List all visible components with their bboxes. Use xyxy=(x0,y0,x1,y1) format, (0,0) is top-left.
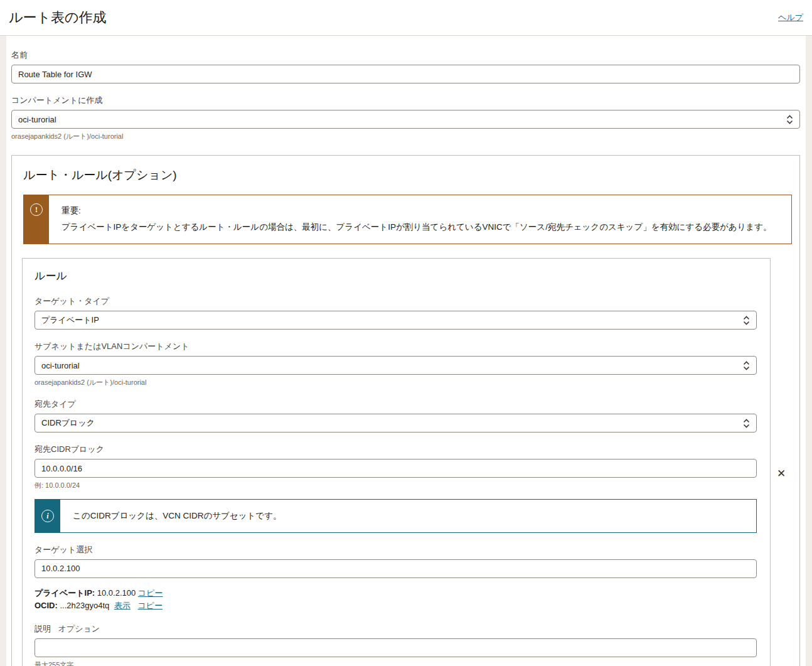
rule-title: ルール xyxy=(35,269,757,283)
info-icon: i xyxy=(41,510,54,522)
destination-type-label: 宛先タイプ xyxy=(35,399,757,410)
chevron-up-down-icon xyxy=(743,316,750,325)
page-header: ルート表の作成 ヘルプ xyxy=(0,0,812,36)
page-title: ルート表の作成 xyxy=(9,8,107,27)
description-label: 説明 オプション xyxy=(35,623,757,635)
info-icon-cell: i xyxy=(35,500,60,532)
compartment-select-value: oci-turorial xyxy=(18,115,56,124)
subnet-compartment-label: サブネットまたはVLANコンパートメント xyxy=(35,341,757,352)
destination-cidr-field-group: 宛先CIDRブロック 例: 10.0.0.0/24 xyxy=(35,444,757,490)
chevron-up-down-icon xyxy=(743,419,750,428)
compartment-label: コンパートメントに作成 xyxy=(11,95,800,106)
warning-text: プライベートIPをターゲットとするルート・ルールの場合は、最初に、プライベートI… xyxy=(61,219,772,235)
warning-title: 重要: xyxy=(61,203,772,219)
description-input[interactable] xyxy=(35,638,757,657)
description-optional-text: オプション xyxy=(58,624,100,633)
compartment-select[interactable]: oci-turorial xyxy=(11,110,800,129)
help-link[interactable]: ヘルプ xyxy=(778,12,803,23)
target-select-label: ターゲット選択 xyxy=(35,544,757,556)
route-rules-section-title: ルート・ルール(オプション) xyxy=(22,167,792,183)
destination-type-field-group: 宛先タイプ CIDRブロック xyxy=(35,399,757,432)
cidr-info-text: このCIDRブロックは、VCN CIDRのサブセットです。 xyxy=(60,500,291,532)
rule-card: ルール ターゲット・タイプ プライベートIP サブネットまたはVLANコンパート… xyxy=(22,258,771,666)
private-ip-copy-link[interactable]: コピー xyxy=(138,588,163,598)
target-type-select-value: プライベートIP xyxy=(41,314,99,326)
warning-banner-body: 重要: プライベートIPをターゲットとするルート・ルールの場合は、最初に、プライ… xyxy=(49,195,781,244)
target-type-select[interactable]: プライベートIP xyxy=(35,311,757,330)
close-icon: ✕ xyxy=(777,467,786,480)
create-route-table-form: 名前 コンパートメントに作成 oci-turorial orasejapanki… xyxy=(6,36,806,666)
ocid-line: OCID: ...2h23gyo4tq 表示 コピー xyxy=(35,599,757,612)
ocid-value: ...2h23gyo4tq xyxy=(60,601,109,610)
target-type-field-group: ターゲット・タイプ プライベートIP xyxy=(35,296,757,330)
subnet-compartment-select[interactable]: oci-turorial xyxy=(35,356,757,375)
route-rules-section: ルート・ルール(オプション) ! 重要: プライベートIPをターゲットとするルー… xyxy=(11,155,800,666)
description-field-group: 説明 オプション 最大255文字 xyxy=(35,623,757,666)
subnet-compartment-field-group: サブネットまたはVLANコンパートメント oci-turorial orasej… xyxy=(35,341,757,387)
name-label: 名前 xyxy=(11,50,800,61)
target-select-field-group: ターゲット選択 xyxy=(35,544,757,578)
compartment-field-group: コンパートメントに作成 oci-turorial orasejapankids2… xyxy=(11,95,800,141)
subnet-compartment-helper: orasejapankids2 (ルート)/oci-turorial xyxy=(35,378,757,387)
subnet-compartment-select-value: oci-turorial xyxy=(41,361,80,370)
description-label-text: 説明 xyxy=(35,624,51,633)
ocid-copy-link[interactable]: コピー xyxy=(138,601,163,610)
destination-type-select-value: CIDRブロック xyxy=(41,417,95,429)
private-ip-line: プライベートIP: 10.0.2.100 コピー xyxy=(35,587,757,599)
target-type-label: ターゲット・タイプ xyxy=(35,296,757,307)
ocid-label: OCID: xyxy=(35,601,58,610)
name-field-group: 名前 xyxy=(11,50,800,83)
remove-rule-button[interactable]: ✕ xyxy=(771,467,792,480)
target-select-input[interactable] xyxy=(35,559,757,578)
destination-type-select[interactable]: CIDRブロック xyxy=(35,414,757,432)
ocid-show-link[interactable]: 表示 xyxy=(114,601,131,610)
name-input[interactable] xyxy=(11,65,800,83)
chevron-up-down-icon xyxy=(786,115,793,124)
private-ip-value: 10.0.2.100 xyxy=(97,588,136,598)
description-helper: 最大255文字 xyxy=(35,660,757,666)
rule-row: ルール ターゲット・タイプ プライベートIP サブネットまたはVLANコンパート… xyxy=(22,258,792,666)
cidr-info-banner: i このCIDRブロックは、VCN CIDRのサブセットです。 xyxy=(35,499,757,533)
destination-cidr-input[interactable] xyxy=(35,459,757,478)
warning-icon: ! xyxy=(30,203,43,216)
chevron-up-down-icon xyxy=(743,361,750,370)
target-meta: プライベートIP: 10.0.2.100 コピー OCID: ...2h23gy… xyxy=(35,587,757,612)
private-ip-label: プライベートIP: xyxy=(35,588,95,598)
warning-banner: ! 重要: プライベートIPをターゲットとするルート・ルールの場合は、最初に、プ… xyxy=(23,195,792,244)
compartment-helper: orasejapankids2 (ルート)/oci-turorial xyxy=(11,132,800,141)
destination-cidr-label: 宛先CIDRブロック xyxy=(35,444,757,455)
destination-cidr-helper: 例: 10.0.0.0/24 xyxy=(35,481,757,490)
warning-icon-cell: ! xyxy=(24,195,49,244)
